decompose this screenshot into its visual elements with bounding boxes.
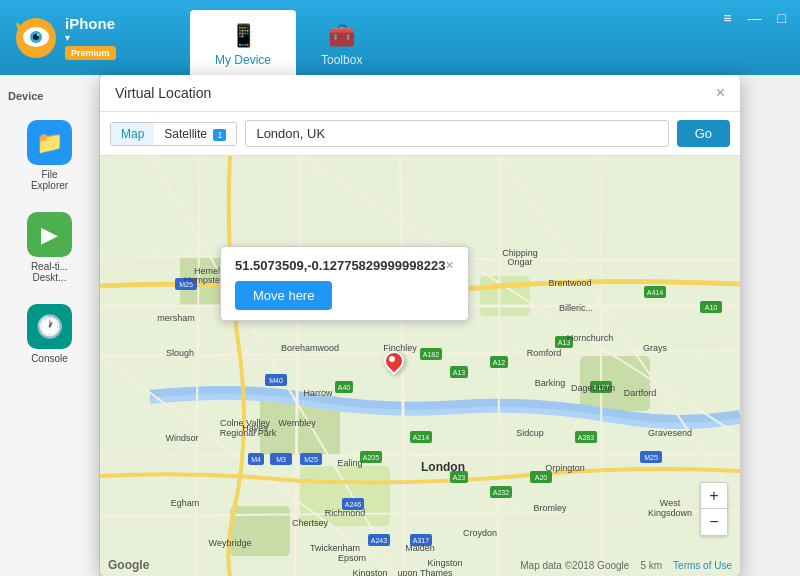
move-here-button[interactable]: Move here — [235, 281, 332, 310]
svg-text:A283: A283 — [578, 434, 594, 441]
sidebar-item-realtime-label: Real-ti...Deskt... — [31, 261, 68, 283]
svg-text:London: London — [421, 460, 465, 474]
svg-text:A12: A12 — [493, 359, 506, 366]
map-svg: M25 M25 M40 M25 M3 M4 — [100, 156, 740, 576]
svg-text:Windsor: Windsor — [165, 433, 198, 443]
realtime-desktop-icon: ▶ — [27, 212, 72, 257]
device-name: iPhone — [65, 15, 116, 32]
svg-text:M25: M25 — [644, 454, 658, 461]
sidebar-item-file-explorer-label: FileExplorer — [31, 169, 68, 191]
svg-text:Brentwood: Brentwood — [548, 278, 591, 288]
svg-text:Harrow: Harrow — [303, 388, 333, 398]
zoom-controls: + − — [700, 482, 728, 536]
my-device-icon: 📱 — [230, 23, 257, 49]
map-controls-bar: Map Satellite 1 Go — [100, 112, 740, 156]
svg-text:A182: A182 — [423, 351, 439, 358]
location-search-input[interactable] — [245, 120, 668, 147]
svg-text:A243: A243 — [371, 537, 387, 544]
sidebar-item-console-label: Console — [31, 353, 68, 364]
svg-text:A20: A20 — [535, 474, 548, 481]
dialog-close-button[interactable]: × — [716, 85, 725, 101]
svg-text:Kingsdown: Kingsdown — [648, 508, 692, 518]
pin-dot — [389, 356, 395, 362]
svg-text:Chertsey: Chertsey — [292, 518, 329, 528]
sidebar: Device 📁 FileExplorer ▶ Real-ti...Deskt.… — [0, 75, 100, 576]
svg-text:Hornchurch: Hornchurch — [567, 333, 614, 343]
svg-text:M25: M25 — [304, 456, 318, 463]
google-logo: Google — [108, 558, 149, 572]
app-logo-icon — [15, 17, 57, 59]
svg-text:A414: A414 — [647, 289, 663, 296]
svg-text:Romford: Romford — [527, 348, 562, 358]
logo-text: iPhone ▾ Premium — [65, 15, 116, 60]
window-controls: ≡ — □ — [709, 0, 800, 75]
svg-text:A23: A23 — [453, 474, 466, 481]
sidebar-item-console[interactable]: 🕐 Console — [10, 296, 90, 372]
coordinate-popup: 51.5073509,-0.12775829999998223 × Move h… — [220, 246, 469, 321]
svg-text:Egham: Egham — [171, 498, 200, 508]
svg-text:Croydon: Croydon — [463, 528, 497, 538]
minimize-button[interactable]: — — [744, 8, 766, 28]
svg-text:Wembley: Wembley — [278, 418, 316, 428]
zoom-out-button[interactable]: − — [701, 509, 727, 535]
nav-tabs: 📱 My Device 🧰 Toolbox — [170, 0, 709, 75]
svg-text:M40: M40 — [269, 377, 283, 384]
svg-text:M3: M3 — [276, 456, 286, 463]
svg-text:mersham: mersham — [157, 313, 195, 323]
svg-text:Malden: Malden — [405, 543, 435, 553]
map-tab-map[interactable]: Map — [111, 123, 154, 145]
svg-text:A232: A232 — [493, 489, 509, 496]
zoom-in-button[interactable]: + — [701, 483, 727, 509]
sidebar-section-label: Device — [0, 85, 99, 107]
dialog-title-bar: Virtual Location × — [100, 75, 740, 112]
map-attribution: Map data ©2018 Google 5 km Terms of Use — [520, 560, 732, 571]
premium-badge: Premium — [65, 46, 116, 60]
svg-text:Bromley: Bromley — [533, 503, 567, 513]
svg-text:Colne Valley: Colne Valley — [220, 418, 270, 428]
svg-text:Weybridge: Weybridge — [209, 538, 252, 548]
map-area[interactable]: M25 M25 M40 M25 M3 M4 — [100, 156, 740, 576]
coord-close-button[interactable]: × — [445, 257, 453, 273]
file-explorer-icon: 📁 — [27, 120, 72, 165]
maximize-button[interactable]: □ — [774, 8, 790, 28]
svg-text:A214: A214 — [413, 434, 429, 441]
svg-text:Slough: Slough — [166, 348, 194, 358]
svg-text:Regional Park: Regional Park — [220, 428, 277, 438]
map-pin — [384, 351, 406, 373]
svg-text:Twickenham: Twickenham — [310, 543, 360, 553]
go-button[interactable]: Go — [677, 120, 730, 147]
svg-text:Billeric...: Billeric... — [559, 303, 593, 313]
svg-text:Dagenham: Dagenham — [571, 383, 615, 393]
svg-text:Orpington: Orpington — [545, 463, 585, 473]
tab-my-device[interactable]: 📱 My Device — [190, 10, 296, 75]
coordinate-text: 51.5073509,-0.12775829999998223 — [235, 258, 445, 273]
svg-text:A40: A40 — [338, 384, 351, 391]
svg-text:Ongar: Ongar — [507, 257, 532, 267]
svg-text:Barking: Barking — [535, 378, 566, 388]
svg-text:Ealing: Ealing — [337, 458, 362, 468]
logo-area[interactable]: iPhone ▾ Premium — [0, 0, 170, 75]
tab-my-device-label: My Device — [215, 53, 271, 67]
menu-button[interactable]: ≡ — [719, 8, 735, 28]
map-type-tabs: Map Satellite 1 — [110, 122, 237, 146]
svg-text:A246: A246 — [345, 501, 361, 508]
main-content: Device 📁 FileExplorer ▶ Real-ti...Deskt.… — [0, 75, 800, 576]
tab-toolbox[interactable]: 🧰 Toolbox — [296, 10, 387, 75]
svg-text:M4: M4 — [251, 456, 261, 463]
svg-text:Richmond: Richmond — [325, 508, 366, 518]
map-footer: Google Map data ©2018 Google 5 km Terms … — [100, 554, 740, 576]
terms-link[interactable]: Terms of Use — [673, 560, 732, 571]
content-area: Virtual Location × Map Satellite 1 Go — [100, 75, 800, 576]
svg-text:Borehamwood: Borehamwood — [281, 343, 339, 353]
svg-text:West: West — [660, 498, 681, 508]
sidebar-item-file-explorer[interactable]: 📁 FileExplorer — [10, 112, 90, 199]
dropdown-arrow[interactable]: ▾ — [65, 32, 116, 43]
app-header: iPhone ▾ Premium 📱 My Device 🧰 Toolbox ≡… — [0, 0, 800, 75]
map-tab-satellite[interactable]: Satellite 1 — [154, 123, 236, 145]
svg-point-4 — [37, 34, 39, 36]
svg-text:Gravesend: Gravesend — [648, 428, 692, 438]
svg-rect-11 — [230, 506, 290, 556]
dialog-title: Virtual Location — [115, 85, 211, 101]
svg-text:Grays: Grays — [643, 343, 668, 353]
sidebar-item-realtime-desktop[interactable]: ▶ Real-ti...Deskt... — [10, 204, 90, 291]
